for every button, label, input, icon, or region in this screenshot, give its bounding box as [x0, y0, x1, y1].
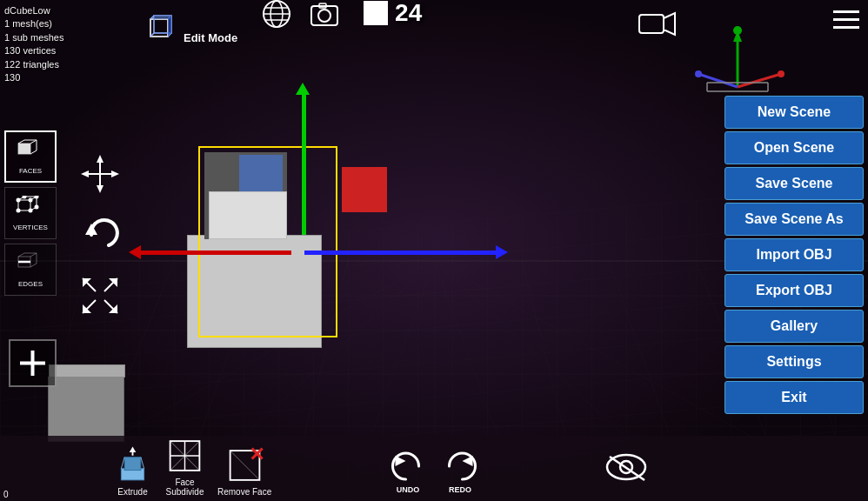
svg-marker-108	[463, 456, 473, 466]
vertices-label: VERTICES	[13, 224, 48, 231]
camera-button[interactable]	[638, 9, 677, 43]
open-scene-button[interactable]: Open Scene	[724, 131, 864, 164]
eye-icon	[603, 450, 651, 484]
blue-z-axis	[304, 250, 496, 255]
red-cube	[342, 167, 387, 212]
mode-toolbar: Edit Mode 24	[74, 7, 422, 44]
counter-value: 0	[3, 490, 9, 499]
move-icon	[78, 152, 122, 196]
svg-marker-70	[81, 170, 89, 177]
svg-point-55	[28, 208, 32, 212]
faces-label: FACES	[19, 167, 42, 175]
undo-icon	[389, 449, 428, 484]
vertices-tool[interactable]: VERTICES	[4, 187, 57, 239]
hamburger-line-2	[833, 18, 859, 21]
edges-tool[interactable]: EDGES	[4, 244, 57, 296]
mesh-cube-icon	[144, 4, 178, 48]
bottom-counter: 0	[0, 488, 12, 501]
svg-line-60	[18, 253, 24, 257]
globe-button[interactable]	[259, 0, 294, 31]
svg-point-53	[28, 197, 32, 202]
svg-point-87	[778, 70, 785, 77]
extra-count: 130	[4, 71, 63, 84]
photo-icon	[308, 0, 341, 30]
svg-line-97	[141, 457, 144, 468]
red-x-mark: ✕	[249, 445, 264, 464]
svg-marker-68	[97, 155, 103, 163]
extrude-icon	[113, 444, 152, 486]
small-cube-top	[49, 364, 125, 377]
viewport[interactable]: dCubeLow 1 mesh(es) 1 sub meshes 130 ver…	[0, 0, 868, 501]
extrude-icon-container	[113, 445, 152, 484]
svg-rect-46	[18, 200, 30, 210]
red-x-arrow-head	[129, 245, 141, 259]
svg-marker-71	[111, 170, 119, 177]
svg-point-35	[318, 10, 331, 22]
gallery-button[interactable]: Gallery	[724, 310, 864, 343]
globe-icon	[260, 0, 293, 30]
save-scene-as-button[interactable]: Save Scene As	[724, 203, 864, 236]
redo-icon	[441, 449, 480, 484]
hamburger-line-1	[833, 10, 859, 13]
face-subdivide-icon-container	[165, 436, 204, 475]
extrude-tool[interactable]: Extrude	[113, 445, 152, 497]
new-scene-button[interactable]: New Scene	[724, 96, 864, 129]
remove-face-label: Remove Face	[217, 487, 271, 497]
move-tool[interactable]	[78, 152, 122, 199]
edit-mode-label: Edit Mode	[184, 31, 237, 44]
frame-square	[364, 1, 388, 25]
undo-rotate-tool[interactable]	[78, 209, 126, 260]
hide-show-button[interactable]	[603, 450, 651, 488]
export-obj-button[interactable]: Export OBJ	[724, 274, 864, 307]
svg-point-89	[695, 70, 702, 77]
svg-point-57	[34, 196, 38, 199]
vertices-count: 130 vertices	[4, 44, 63, 57]
undo-rotate-icon	[78, 209, 126, 257]
svg-line-62	[30, 264, 37, 267]
save-scene-button[interactable]: Save Scene	[724, 167, 864, 200]
selection-outline	[198, 146, 337, 337]
mesh-mode-button[interactable]	[144, 9, 178, 43]
svg-rect-37	[639, 15, 664, 33]
right-menu-panel: New Scene Open Scene Save Scene Save Sce…	[724, 96, 868, 414]
left-sidebar: FACES VERTICES	[4, 130, 57, 296]
faces-icon	[16, 139, 46, 165]
redo-label: REDO	[449, 485, 471, 494]
svg-rect-40	[18, 144, 30, 154]
remove-face-tool[interactable]: ✕ Remove Face	[217, 445, 271, 497]
svg-line-41	[18, 140, 24, 144]
mesh-count: 1 mesh(es)	[4, 17, 63, 30]
exit-button[interactable]: Exit	[724, 381, 864, 414]
axes-svg	[685, 26, 790, 104]
svg-marker-107	[396, 456, 406, 466]
redo-button[interactable]: REDO	[441, 449, 480, 494]
edges-icon	[16, 252, 46, 278]
photo-button[interactable]	[307, 0, 342, 31]
svg-line-43	[30, 150, 37, 154]
svg-marker-99	[130, 446, 137, 452]
faces-tool[interactable]: FACES	[4, 130, 57, 183]
face-subdivide-tool[interactable]: FaceSubdivide	[165, 436, 204, 497]
svg-point-56	[22, 196, 26, 199]
face-subdivide-label: FaceSubdivide	[166, 478, 204, 497]
undo-label: UNDO	[397, 485, 420, 494]
svg-line-96	[121, 457, 124, 468]
top-left-info: dCubeLow 1 mesh(es) 1 sub meshes 130 ver…	[4, 4, 63, 84]
hamburger-menu[interactable]	[829, 4, 864, 35]
svg-marker-69	[97, 185, 103, 193]
import-obj-button[interactable]: Import OBJ	[724, 238, 864, 271]
vertices-icon	[16, 196, 46, 222]
settings-button[interactable]: Settings	[724, 345, 864, 378]
camera-icon	[638, 9, 677, 39]
add-button[interactable]	[9, 339, 57, 387]
undo-button[interactable]: UNDO	[389, 449, 428, 494]
bottom-toolbar: Extrude FaceSubdivide	[0, 436, 868, 501]
svg-point-54	[16, 208, 20, 212]
scale-tool[interactable]	[78, 274, 122, 321]
edges-label: EDGES	[18, 280, 43, 288]
frame-number: 24	[395, 0, 422, 27]
svg-line-42	[30, 140, 37, 144]
red-x-axis	[139, 250, 291, 255]
svg-point-85	[733, 26, 742, 35]
svg-line-61	[30, 253, 37, 257]
